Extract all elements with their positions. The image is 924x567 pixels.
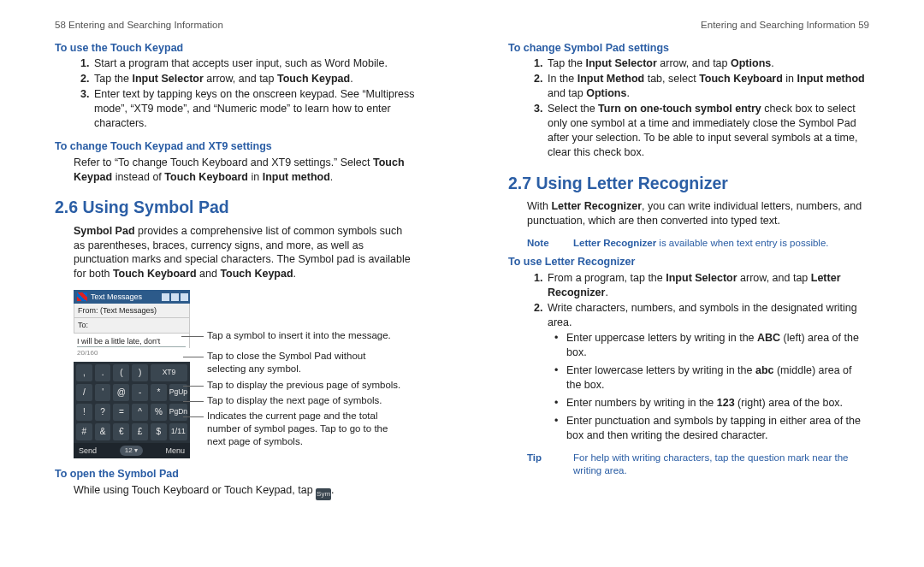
t: arrow, and tap xyxy=(657,57,731,69)
steps-touch-keypad: Start a program that accepts user input,… xyxy=(92,56,416,130)
heading-change-keypad-xt9: To change Touch Keypad and XT9 settings xyxy=(55,139,416,154)
t: Input Selector xyxy=(132,73,203,85)
running-header: 58 Entering and Searching Information xyxy=(55,19,416,32)
t: Enter lowercase letters by writing in th… xyxy=(566,364,755,376)
t: in xyxy=(248,171,263,183)
softkeys: Send 12 ▾ Menu xyxy=(74,443,190,459)
note-label: Note xyxy=(527,237,560,251)
callout-prev: Tap to display the previous page of symb… xyxy=(207,379,404,392)
t: Tap to close the Symbol Pad without sele… xyxy=(207,351,365,374)
t: in xyxy=(783,73,797,85)
tip-label: Tip xyxy=(527,452,560,478)
symbol-grid: , . ( ) XT9 / ' @ - * PgUp ! ? = ^ % PgD… xyxy=(74,362,190,443)
t: . xyxy=(331,484,334,496)
steps-change-symbolpad: Tap the Input Selector arrow, and tap Op… xyxy=(546,56,869,159)
t: Input method xyxy=(263,171,330,183)
key: € xyxy=(113,423,129,440)
t: Input Selector xyxy=(666,272,737,284)
t: Tap a symbol to insert it into the messa… xyxy=(207,330,391,340)
softkey-send: Send xyxy=(79,446,97,456)
t: Input Method xyxy=(578,73,644,85)
key: @ xyxy=(113,384,129,401)
t: Indicates the current page and the total… xyxy=(207,410,388,446)
t: While using Touch Keyboard or Touch Keyp… xyxy=(74,484,316,496)
status-icons xyxy=(162,293,188,301)
key: ( xyxy=(113,364,129,381)
t: Tap to display the previous page of symb… xyxy=(207,380,400,390)
step-3: Enter text by tapping keys on the onscre… xyxy=(92,87,416,131)
from-value: (Text Messages) xyxy=(100,306,157,315)
note-row: Note Letter Recognizer is available when… xyxy=(527,237,869,251)
t: 123 xyxy=(717,397,735,409)
key: £ xyxy=(132,423,148,440)
key: $ xyxy=(151,423,167,440)
t: Touch Keyboard xyxy=(699,73,783,85)
callout-next: Tap to display the next page of symbols. xyxy=(207,394,404,407)
from-row: From: (Text Messages) xyxy=(74,304,190,318)
key-pager: 1/11 xyxy=(169,423,187,440)
callouts: Tap a symbol to insert it into the messa… xyxy=(190,290,416,458)
letter-recognizer-intro: With Letter Recognizer, you can write in… xyxy=(527,199,869,228)
step-1: Tap the Input Selector arrow, and tap Op… xyxy=(546,56,869,71)
open-symbolpad-body: While using Touch Keyboard or Touch Keyp… xyxy=(74,483,416,500)
bullets: Enter uppercase letters by writing in th… xyxy=(554,331,869,442)
section-2-6: 2.6 Using Symbol Pad xyxy=(55,196,416,218)
key: = xyxy=(113,404,129,421)
t: arrow, and tap xyxy=(204,73,277,85)
title-bar: Text Messages xyxy=(74,290,190,304)
t: Options xyxy=(586,87,626,99)
t: and tap xyxy=(548,87,586,99)
heading-touch-keypad: To use the Touch Keypad xyxy=(55,41,416,56)
from-label: From: xyxy=(78,306,98,315)
heading-open-symbolpad: To open the Symbol Pad xyxy=(55,467,416,481)
t: (right) area of the box. xyxy=(735,397,843,409)
steps-letter-recognizer: From a program, tap the Input Selector a… xyxy=(546,271,869,443)
key: ^ xyxy=(132,404,148,421)
t: . xyxy=(605,286,607,298)
page-58: 58 Entering and Searching Information To… xyxy=(0,0,462,567)
t: Letter Recognizer xyxy=(573,238,656,248)
key: ' xyxy=(95,384,111,401)
key: & xyxy=(95,423,111,440)
step-3: Select the Turn on one-touch symbol entr… xyxy=(546,102,869,160)
text: I will be a little late, don't xyxy=(77,336,186,347)
t: ABC xyxy=(757,332,780,344)
device-screenshot: Text Messages From: (Text Messages) To: … xyxy=(74,290,190,458)
t: Symbol Pad xyxy=(74,225,135,237)
tip-text: For help with writing characters, tap th… xyxy=(573,452,869,478)
t: Refer to “To change Touch Keyboard and X… xyxy=(74,157,373,168)
t: . xyxy=(350,73,352,85)
key: * xyxy=(151,384,167,401)
t: Enter numbers by writing in the xyxy=(566,397,717,409)
key: % xyxy=(151,404,167,421)
heading-use-letter-recognizer: To use Letter Recognizer xyxy=(508,255,869,269)
heading-change-symbolpad: To change Symbol Pad settings xyxy=(508,41,869,56)
sip-selector: 12 ▾ xyxy=(120,446,143,457)
t: tab, select xyxy=(644,73,699,85)
symbol-pad-figure: Text Messages From: (Text Messages) To: … xyxy=(74,290,416,458)
page-59: Entering and Searching Information 59 To… xyxy=(462,0,924,567)
section-2-7: 2.7 Using Letter Recognizer xyxy=(508,172,869,194)
t: is available when text entry is possible… xyxy=(656,238,828,248)
t: . xyxy=(293,268,296,280)
t: Input method xyxy=(797,73,865,85)
note-text: Letter Recognizer is available when text… xyxy=(573,237,869,251)
t: Select the xyxy=(548,103,598,115)
t: Tap to display the next page of symbols. xyxy=(207,395,382,405)
start-icon xyxy=(77,292,87,301)
t: Options xyxy=(731,57,771,69)
t: . xyxy=(626,87,629,99)
t: Turn on one-touch symbol entry xyxy=(598,103,761,115)
t: Touch Keyboard xyxy=(164,171,248,183)
key: # xyxy=(76,423,92,440)
softkey-menu: Menu xyxy=(165,446,185,456)
t: and xyxy=(197,268,221,280)
callout-close: Tap to close the Symbol Pad without sele… xyxy=(207,350,387,375)
symbolpad-intro: Symbol Pad provides a comprehensive list… xyxy=(74,224,416,282)
t: In the xyxy=(548,73,578,85)
step-1: Start a program that accepts user input,… xyxy=(92,56,416,71)
t: . xyxy=(330,171,333,183)
t: Touch Keypad xyxy=(220,268,293,280)
key: / xyxy=(76,384,92,401)
key: ! xyxy=(76,404,92,421)
